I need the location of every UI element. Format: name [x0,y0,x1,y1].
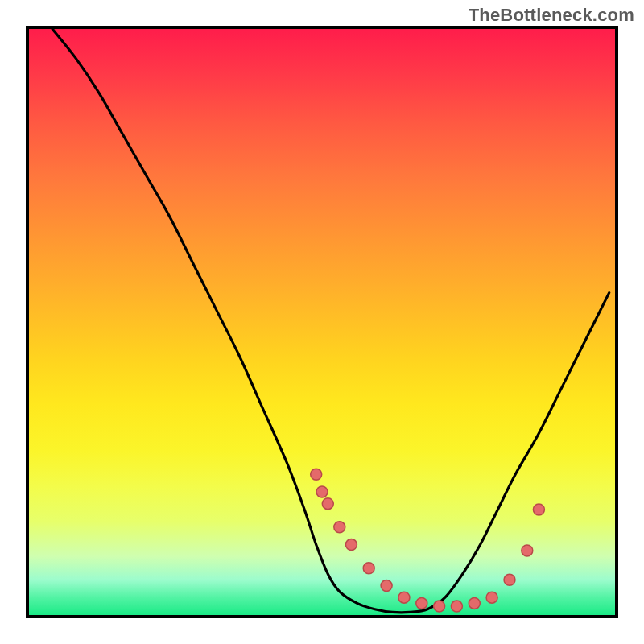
dot-group [311,469,545,612]
highlight-dot [316,486,328,497]
highlight-dot [486,592,497,603]
highlight-dot [398,592,410,603]
highlight-dot [311,469,322,480]
chart-container: TheBottleneck.com [0,0,644,644]
highlight-dot [504,574,515,585]
highlight-dot [381,580,392,592]
bottleneck-curve [52,29,609,613]
highlight-dot [434,601,445,612]
highlight-dot [363,563,374,574]
watermark-text: TheBottleneck.com [469,5,634,26]
highlight-dot [533,504,544,515]
highlight-dot [416,597,427,609]
highlight-dot [469,597,480,609]
highlight-dot [522,545,533,556]
plot-frame [26,26,618,618]
highlight-dot [334,522,345,533]
highlight-dot [451,601,462,612]
highlight-dot [345,539,357,551]
curve-svg [29,29,615,615]
highlight-dot [322,498,333,510]
